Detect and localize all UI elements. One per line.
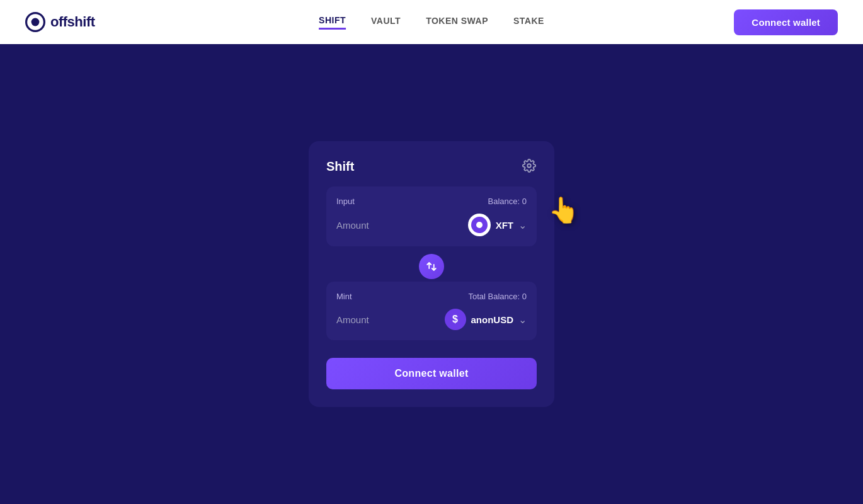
swap-arrows-icon xyxy=(426,261,437,272)
settings-button[interactable] xyxy=(522,159,537,174)
mint-token-selector[interactable]: $ anonUSD ⌄ xyxy=(445,309,527,330)
input-token-row: XFT ⌄ xyxy=(336,214,527,236)
input-token-selector[interactable]: XFT ⌄ xyxy=(468,214,527,236)
nav-item-shift[interactable]: SHIFT xyxy=(319,15,346,30)
mint-chevron-icon: ⌄ xyxy=(518,314,527,326)
card-header: Shift xyxy=(326,159,537,174)
gear-icon xyxy=(522,159,536,173)
mint-token-name: anonUSD xyxy=(471,314,514,325)
input-token-name: XFT xyxy=(496,220,513,231)
mint-amount-field[interactable] xyxy=(336,314,412,325)
xft-dot xyxy=(476,222,483,228)
nav-item-token-swap[interactable]: TOKEN SWAP xyxy=(426,16,488,28)
nav-item-stake[interactable]: STAKE xyxy=(513,16,544,28)
header: offshift SHIFT VAULT TOKEN SWAP STAKE Co… xyxy=(0,0,863,44)
swap-btn-container xyxy=(326,254,537,279)
shift-card: Shift Input Balance: 0 xyxy=(309,141,554,407)
mint-token-row: $ anonUSD ⌄ xyxy=(336,309,527,330)
swap-direction-button[interactable] xyxy=(419,254,444,279)
mint-section: Mint Total Balance: 0 $ anonUSD ⌄ xyxy=(326,282,537,340)
mint-label-row: Mint Total Balance: 0 xyxy=(336,292,527,301)
input-balance: Balance: 0 xyxy=(488,197,527,206)
header-connect-wallet-button[interactable]: Connect wallet xyxy=(734,9,838,35)
anon-usd-icon: $ xyxy=(445,309,466,330)
mint-label: Mint xyxy=(336,292,352,301)
input-label: Input xyxy=(336,197,355,206)
xft-token-icon xyxy=(468,214,491,236)
input-chevron-icon: ⌄ xyxy=(518,219,527,231)
main-connect-wallet-button[interactable]: Connect wallet xyxy=(326,358,537,389)
nav-item-vault[interactable]: VAULT xyxy=(371,16,401,28)
card-title: Shift xyxy=(326,159,354,174)
input-label-row: Input Balance: 0 xyxy=(336,197,527,206)
input-section: Input Balance: 0 XFT ⌄ xyxy=(326,186,537,246)
nav: SHIFT VAULT TOKEN SWAP STAKE xyxy=(319,15,544,30)
main-content: Shift Input Balance: 0 xyxy=(0,44,863,504)
logo: offshift xyxy=(25,12,95,32)
xft-inner-circle xyxy=(471,217,488,233)
logo-icon xyxy=(25,12,45,32)
mint-balance: Total Balance: 0 xyxy=(468,292,527,301)
svg-point-1 xyxy=(31,18,40,26)
input-amount-field[interactable] xyxy=(336,220,412,231)
logo-text: offshift xyxy=(50,14,95,30)
